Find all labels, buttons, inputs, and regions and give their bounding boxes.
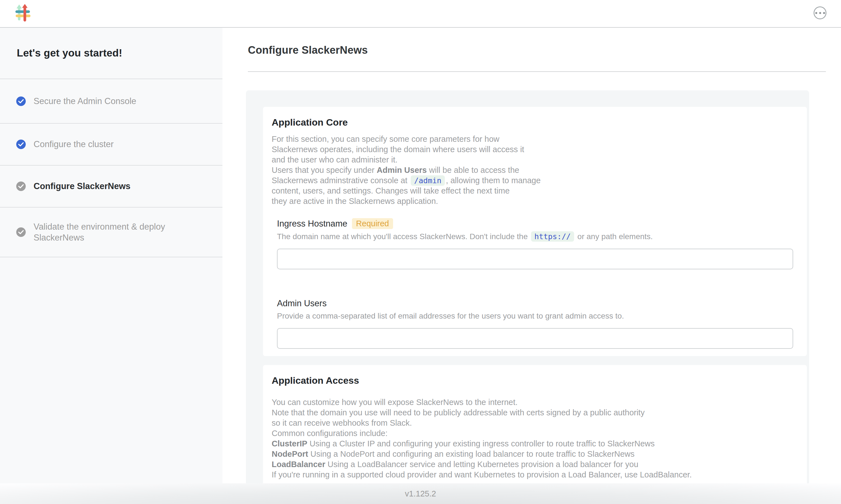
top-bar [0,0,841,28]
application-core-description: For this section, you can specify some c… [272,134,793,206]
sidebar-heading: Let's get you started! [0,28,222,79]
step-pending-icon [16,228,26,237]
sidebar-step-configure-cluster[interactable]: Configure the cluster [0,124,222,166]
loadbalancer-option: LoadBalancer Using a LoadBalancer servic… [272,459,793,470]
overflow-menu-button[interactable] [813,6,826,19]
admin-users-label: Admin Users [277,299,793,308]
step-complete-icon [16,96,26,106]
admin-users-input[interactable] [277,328,793,349]
required-badge: Required [352,218,393,229]
setup-steps-sidebar: Let's get you started! Secure the Admin … [0,28,222,504]
step-complete-icon [16,140,26,149]
ingress-hostname-help: The domain name at which you'll access S… [277,232,793,241]
admin-path-code-chip: /admin [411,175,445,186]
application-access-heading: Application Access [272,365,793,386]
app-version: v1.125.2 [405,489,436,499]
clusterip-option: ClusterIP Using a Cluster IP and configu… [272,438,793,449]
ellipsis-icon [815,12,817,14]
step-label: Validate the environment & deploy Slacke… [34,221,189,243]
footer: v1.125.2 [0,483,841,504]
nodeport-option: NodePort Using a NodePort and configurin… [272,449,793,459]
step-label: Configure SlackerNews [34,181,130,192]
config-panel: Application Core For this section, you c… [246,90,809,504]
sidebar-step-configure-slackernews[interactable]: Configure SlackerNews [0,166,222,208]
page-title: Configure SlackerNews [248,44,368,56]
admin-users-help: Provide a comma-separated list of email … [277,311,793,321]
step-label: Configure the cluster [34,139,113,150]
application-core-heading: Application Core [272,107,793,128]
ingress-hostname-label: Ingress Hostname Required [277,218,793,229]
sidebar-step-validate-deploy[interactable]: Validate the environment & deploy Slacke… [0,208,222,257]
step-label: Secure the Admin Console [34,96,136,107]
title-divider [248,71,826,72]
https-code-chip: https:// [531,231,574,242]
sidebar-step-secure-admin-console[interactable]: Secure the Admin Console [0,79,222,124]
ingress-hostname-input[interactable] [277,249,793,269]
application-access-description: You can customize how you will expose Sl… [272,397,793,480]
step-pending-icon [16,181,26,191]
setup-wizard-page: Let's get you started! Secure the Admin … [0,0,841,504]
application-core-card: Application Core For this section, you c… [263,107,807,356]
slackernews-logo-icon [15,4,31,22]
